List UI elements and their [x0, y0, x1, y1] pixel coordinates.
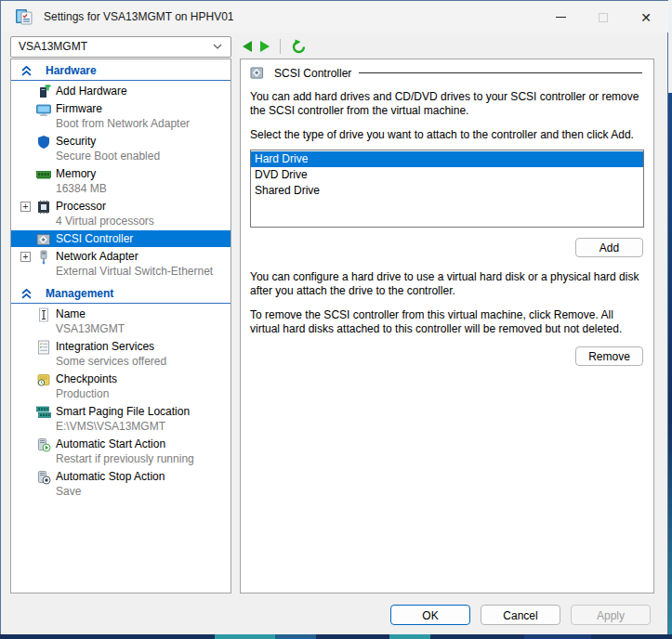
sidebar-item-label: Automatic Stop Action	[56, 470, 229, 484]
desktop-wallpaper-edge	[668, 93, 672, 635]
forward-arrow-icon[interactable]	[260, 41, 270, 52]
remove-button-row: Remove	[249, 346, 644, 366]
heading-divider	[359, 72, 642, 73]
drive-option-dvd-drive[interactable]: DVD Drive	[251, 167, 643, 183]
sidebar-item-label: Processor	[56, 200, 229, 214]
maximize-icon	[599, 13, 608, 22]
auto-start-icon	[36, 437, 51, 452]
sidebar-item-subtext: E:\VMS\VSA13MGMT	[56, 420, 229, 434]
smart-paging-icon	[36, 405, 51, 420]
configure-text: You can configure a hard drive to use a …	[250, 270, 642, 298]
checkpoints-icon	[36, 372, 51, 387]
sidebar-item-subtext: Save	[56, 485, 229, 499]
sidebar-item-subtext: Some services offered	[56, 355, 229, 369]
section-header-hardware[interactable]: Hardware	[11, 59, 231, 81]
sidebar-item-network-adapter[interactable]: + Network Adapter External Virtual Switc…	[11, 248, 231, 280]
sidebar-item-subtext: VSA13MGMT	[56, 322, 229, 336]
sidebar-item-subtext: 16384 MB	[56, 182, 229, 196]
collapse-chevron-icon	[21, 289, 32, 299]
memory-icon	[36, 167, 51, 182]
network-adapter-icon	[36, 250, 51, 265]
sidebar-item-scsi-controller[interactable]: SCSI Controller	[11, 230, 231, 247]
expand-toggle-icon[interactable]: +	[20, 252, 31, 262]
security-shield-icon	[36, 135, 51, 150]
sidebar-item-label: Integration Services	[56, 340, 229, 354]
sidebar-item-add-hardware[interactable]: Add Hardware	[11, 83, 231, 99]
chevron-down-icon	[213, 44, 222, 49]
sidebar-item-auto-stop[interactable]: Automatic Stop Action Save	[11, 468, 231, 500]
remove-text: To remove the SCSI controller from this …	[250, 308, 642, 336]
settings-dialog: Settings for VSA13MGMT on HPHV01 ✕ VSA13…	[0, 0, 668, 635]
title-bar: Settings for VSA13MGMT on HPHV01 ✕	[1, 1, 668, 33]
maximize-button	[582, 2, 625, 33]
close-button[interactable]: ✕	[625, 2, 667, 33]
dialog-footer: OK Cancel Apply	[390, 605, 651, 625]
sidebar-item-subtext: Restart if previously running	[56, 452, 229, 466]
sidebar-item-smart-paging[interactable]: Smart Paging File Location E:\VMS\VSA13M…	[11, 403, 231, 435]
sidebar-item-auto-start[interactable]: Automatic Start Action Restart if previo…	[11, 436, 231, 467]
drive-option-hard-drive[interactable]: Hard Drive	[251, 151, 643, 167]
integration-services-icon	[36, 340, 51, 355]
sidebar-item-label: Add Hardware	[56, 85, 229, 98]
sidebar-item-name[interactable]: Name VSA13MGMT	[11, 306, 231, 337]
sidebar-item-label: SCSI Controller	[56, 232, 229, 246]
window-controls: ✕	[539, 2, 667, 33]
back-arrow-icon[interactable]	[243, 41, 252, 52]
name-ibeam-icon	[36, 307, 51, 322]
firmware-icon	[36, 102, 51, 117]
apply-button: Apply	[571, 605, 651, 625]
sidebar-item-subtext: 4 Virtual processors	[56, 215, 229, 228]
drive-type-listbox[interactable]: Hard Drive DVD Drive Shared Drive	[250, 150, 644, 228]
toolbar-divider	[280, 39, 281, 54]
scsi-controller-panel: SCSI Controller You can add hard drives …	[240, 59, 654, 593]
sidebar-item-checkpoints[interactable]: Checkpoints Production	[11, 371, 231, 402]
settings-app-icon	[15, 7, 33, 26]
sidebar-item-subtext: Boot from Network Adapter	[56, 117, 229, 131]
sidebar-item-label: Name	[56, 307, 229, 321]
drive-option-shared-drive[interactable]: Shared Drive	[251, 183, 643, 199]
sidebar-item-label: Security	[56, 135, 229, 149]
vm-selector-dropdown[interactable]: VSA13MGMT	[10, 36, 231, 58]
sidebar-item-security[interactable]: Security Secure Boot enabled	[11, 133, 231, 164]
add-button[interactable]: Add	[575, 238, 643, 257]
sidebar-item-label: Network Adapter	[56, 250, 229, 264]
collapse-chevron-icon	[21, 66, 32, 76]
sidebar-item-memory[interactable]: Memory 16384 MB	[11, 165, 231, 197]
refresh-icon[interactable]	[291, 39, 307, 55]
sidebar-item-subtext: Production	[56, 387, 229, 401]
add-button-row: Add	[249, 238, 644, 257]
processor-icon	[36, 200, 51, 215]
sidebar-item-label: Automatic Start Action	[56, 437, 229, 451]
section-label-hardware: Hardware	[46, 64, 97, 77]
panel-title: SCSI Controller	[274, 67, 351, 80]
cancel-button[interactable]: Cancel	[481, 605, 560, 625]
auto-stop-icon	[36, 470, 51, 485]
remove-button[interactable]: Remove	[575, 346, 643, 366]
sidebar-item-label: Firmware	[56, 102, 229, 116]
toolbar: VSA13MGMT	[10, 35, 661, 58]
sidebar-item-processor[interactable]: + Processor 4 Virtual processors	[11, 198, 231, 229]
minimize-button[interactable]	[539, 2, 582, 33]
sidebar-item-integration-services[interactable]: Integration Services Some services offer…	[11, 338, 231, 370]
section-header-management[interactable]: Management	[11, 282, 231, 304]
sidebar-item-label: Memory	[56, 167, 229, 181]
panel-heading: SCSI Controller	[249, 66, 644, 80]
settings-sidebar: Hardware Add Hardware	[10, 59, 231, 593]
navigation-buttons	[243, 39, 307, 55]
sidebar-item-subtext: External Virtual Switch-Ethernet	[56, 265, 229, 279]
ok-button[interactable]: OK	[390, 605, 470, 625]
minimize-icon	[556, 17, 566, 18]
instruction-text: Select the type of drive you want to att…	[250, 128, 642, 142]
section-label-management: Management	[46, 287, 113, 300]
sidebar-item-label: Smart Paging File Location	[56, 405, 229, 419]
scsi-controller-icon	[36, 232, 51, 247]
vm-selector-value: VSA13MGMT	[19, 40, 87, 53]
description-text: You can add hard drives and CD/DVD drive…	[250, 90, 642, 118]
add-hardware-icon	[36, 85, 51, 99]
desktop-wallpaper-bottom	[0, 634, 672, 639]
sidebar-item-firmware[interactable]: Firmware Boot from Network Adapter	[11, 100, 231, 132]
window-title: Settings for VSA13MGMT on HPHV01	[44, 10, 234, 23]
scsi-controller-icon	[249, 66, 265, 80]
expand-toggle-icon[interactable]: +	[20, 202, 31, 212]
sidebar-item-subtext: Secure Boot enabled	[56, 150, 229, 163]
